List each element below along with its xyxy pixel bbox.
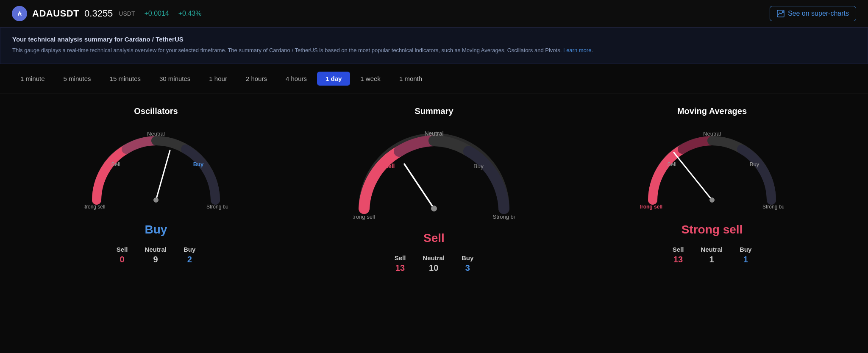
sum-sell-count: Sell 13 [395, 254, 406, 273]
sum-buy-value: 3 [465, 263, 470, 273]
sum-neutral-label: Neutral [423, 254, 445, 261]
oscillators-svg: Neutral Sell Buy Strong sell Strong buy [84, 124, 228, 217]
timeframe-tab-2-hours[interactable]: 2 hours [237, 72, 275, 86]
super-charts-button[interactable]: See on super-charts [770, 6, 856, 21]
ma-result: Strong sell [682, 223, 743, 236]
timeframe-bar: 1 minute5 minutes15 minutes30 minutes1 h… [0, 64, 868, 94]
sum-sell-value: 13 [395, 263, 405, 273]
osc-buy-label: Buy [184, 246, 195, 253]
timeframe-tab-15-minutes[interactable]: 15 minutes [101, 72, 149, 86]
sum-sell-label: Sell [395, 254, 406, 261]
svg-text:Neutral: Neutral [703, 131, 721, 137]
svg-text:₳: ₳ [18, 11, 22, 17]
info-banner: Your technical analysis summary for Card… [0, 28, 868, 64]
svg-text:Strong sell: Strong sell [84, 204, 105, 210]
oscillators-counts: Sell 0 Neutral 9 Buy 2 [117, 246, 196, 264]
ma-counts: Sell 13 Neutral 1 Buy 1 [673, 246, 752, 264]
svg-text:Buy: Buy [193, 161, 204, 167]
moving-averages-title: Moving Averages [677, 106, 747, 116]
ma-buy-label: Buy [740, 246, 751, 253]
summary-counts: Sell 13 Neutral 10 Buy 3 [395, 254, 474, 273]
timeframe-tab-4-hours[interactable]: 4 hours [277, 72, 315, 86]
osc-neutral-label: Neutral [145, 246, 167, 253]
summary-title: Summary [415, 106, 453, 116]
super-charts-label: See on super-charts [788, 10, 849, 17]
oscillators-gauge: Neutral Sell Buy Strong sell Strong buy [84, 124, 228, 219]
timeframe-tab-30-minutes[interactable]: 30 minutes [151, 72, 199, 86]
svg-text:Neutral: Neutral [147, 131, 165, 137]
timeframe-tab-1-week[interactable]: 1 week [352, 72, 389, 86]
osc-neutral-count: Neutral 9 [145, 246, 167, 264]
timeframe-tab-1-minute[interactable]: 1 minute [12, 72, 53, 86]
price-unit: USDT [119, 10, 135, 17]
svg-line-17 [674, 153, 712, 200]
timeframe-tab-5-minutes[interactable]: 5 minutes [55, 72, 100, 86]
sum-buy-count: Buy 3 [462, 254, 473, 273]
ma-buy-count: Buy 1 [740, 246, 751, 264]
osc-sell-label: Sell [117, 246, 128, 253]
svg-text:Neutral: Neutral [424, 130, 443, 137]
price-change-pct: +0.43% [178, 10, 202, 17]
osc-sell-value: 0 [120, 255, 124, 264]
ma-neutral-count: Neutral 1 [701, 246, 723, 264]
header-left: ₳ ADAUSDT 0.3255 USDT +0.0014 +0.43% [12, 6, 201, 21]
sum-buy-label: Buy [462, 254, 473, 261]
price-value: 0.3255 [84, 8, 113, 19]
sum-neutral-count: Neutral 10 [423, 254, 445, 273]
osc-buy-value: 2 [187, 255, 192, 264]
osc-sell-count: Sell 0 [117, 246, 128, 264]
ma-gauge: Neutral Sell Buy Strong sell Strong buy [640, 124, 784, 219]
summary-result: Sell [423, 231, 445, 245]
osc-neutral-value: 9 [153, 255, 158, 264]
summary-gauge: Neutral Sell Buy Strong sell Strong buy [353, 124, 515, 227]
moving-averages-panel: Moving Averages Neutral Sell [573, 106, 851, 264]
svg-point-4 [153, 197, 159, 203]
ma-sell-count: Sell 13 [673, 246, 684, 264]
svg-point-11 [431, 206, 437, 211]
info-description: This gauge displays a real-time technica… [12, 46, 856, 55]
ma-svg: Neutral Sell Buy Strong sell Strong buy [640, 124, 784, 217]
svg-text:Strong buy: Strong buy [206, 204, 228, 210]
timeframe-tab-1-month[interactable]: 1 month [391, 72, 431, 86]
ma-neutral-value: 1 [709, 255, 714, 264]
ma-sell-label: Sell [673, 246, 684, 253]
svg-text:Sell: Sell [667, 161, 676, 167]
ma-buy-value: 1 [743, 255, 748, 264]
svg-line-10 [404, 164, 434, 208]
oscillators-title: Oscillators [134, 106, 178, 116]
ticker-symbol: ADAUSDT [32, 8, 79, 19]
svg-point-18 [709, 197, 715, 203]
svg-text:Strong sell: Strong sell [640, 204, 662, 210]
oscillators-panel: Oscillators Neutral Sell Bu [17, 106, 295, 264]
svg-text:Buy: Buy [750, 161, 760, 167]
svg-text:Sell: Sell [384, 163, 395, 170]
summary-panel: Summary Neutral Sell Buy [295, 106, 573, 273]
svg-text:Sell: Sell [111, 161, 120, 167]
price-change-abs: +0.0014 [144, 10, 169, 17]
learn-more-link[interactable]: Learn more [563, 47, 591, 53]
gauges-section: Oscillators Neutral Sell Bu [0, 94, 868, 290]
header: ₳ ADAUSDT 0.3255 USDT +0.0014 +0.43% See… [0, 0, 868, 28]
osc-buy-count: Buy 2 [184, 246, 195, 264]
timeframe-tab-1-hour[interactable]: 1 hour [200, 72, 236, 86]
svg-line-3 [156, 150, 170, 200]
timeframe-tab-1-day[interactable]: 1 day [317, 72, 350, 86]
oscillators-result: Buy [145, 223, 167, 236]
info-title: Your technical analysis summary for Card… [12, 36, 856, 43]
ma-sell-value: 13 [673, 255, 683, 264]
svg-text:Strong sell: Strong sell [353, 214, 375, 220]
ma-neutral-label: Neutral [701, 246, 723, 253]
svg-text:Strong buy: Strong buy [493, 214, 515, 220]
coin-icon: ₳ [12, 6, 27, 21]
chart-icon [777, 10, 785, 17]
svg-text:Strong buy: Strong buy [762, 204, 784, 210]
summary-svg: Neutral Sell Buy Strong sell Strong buy [353, 124, 515, 225]
svg-text:Buy: Buy [473, 163, 484, 170]
sum-neutral-value: 10 [429, 263, 438, 273]
